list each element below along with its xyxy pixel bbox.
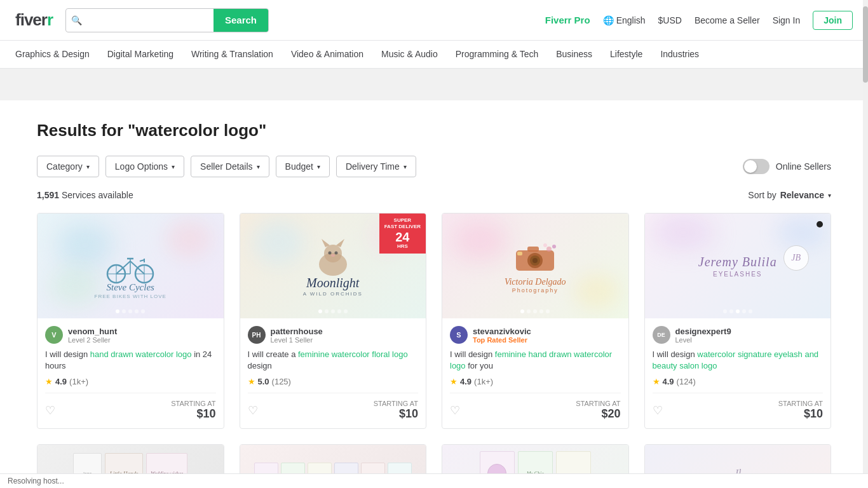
- svg-line-6: [116, 261, 130, 274]
- nav-item-video[interactable]: Video & Animation: [282, 41, 372, 69]
- rating-2: ★ 5.0 (125): [248, 377, 419, 386]
- avatar-3: S: [450, 326, 468, 344]
- search-button[interactable]: Search: [214, 8, 268, 32]
- seller-level-1: Level 2 Seller: [68, 336, 117, 344]
- nav-item-lifestyle[interactable]: Lifestyle: [601, 41, 651, 69]
- seller-details-filter[interactable]: Seller Details ▾: [191, 156, 269, 177]
- language-selector[interactable]: 🌐 English: [603, 15, 646, 25]
- toggle-knob: [744, 160, 757, 173]
- results-bar: 1,591 Services available Sort by Relevan…: [37, 190, 831, 200]
- seller-name-3: stevanzivkovic: [473, 327, 531, 336]
- nav-item-music[interactable]: Music & Audio: [372, 41, 447, 69]
- results-title: Results for "watercolor logo": [37, 121, 831, 140]
- sort-selector[interactable]: Sort by Relevance ▾: [748, 190, 831, 200]
- card-title-1: I will design hand drawn watercolor logo…: [45, 349, 216, 372]
- heart-2[interactable]: ♡: [248, 403, 258, 417]
- scrollbar[interactable]: [863, 0, 868, 488]
- seller-name-1: venom_hunt: [68, 327, 117, 336]
- card-body-1: V venom_hunt Level 2 Seller I will desig…: [37, 318, 224, 428]
- nav-item-graphics[interactable]: Graphics & Design: [15, 41, 98, 69]
- seller-name-4: designexpert9: [675, 327, 731, 336]
- header: fiverr 🔍 watercolor logo Search Fiverr P…: [0, 0, 868, 41]
- rating-4: ★ 4.9 (124): [653, 377, 824, 386]
- avatar-4: DE: [653, 326, 670, 344]
- main-nav: Graphics & Design Digital Marketing Writ…: [0, 41, 868, 69]
- cards-grid: Steve Cycles FREE BIKES WITH LOVE V veno…: [37, 213, 831, 429]
- sign-in-link[interactable]: Sign In: [773, 15, 801, 25]
- svg-point-29: [543, 243, 547, 247]
- gig-card-2[interactable]: SUPER FAST DELIVER 24 HRS: [240, 213, 427, 429]
- search-icon: 🔍: [66, 15, 87, 25]
- main-content: Results for "watercolor logo" Category ▾…: [18, 100, 850, 488]
- globe-icon: 🌐: [603, 15, 614, 25]
- card-title-4: I will design watercolor signature eyela…: [653, 349, 824, 372]
- header-right: Fiverr Pro 🌐 English $USD Become a Selle…: [545, 11, 853, 30]
- svg-point-24: [532, 258, 538, 263]
- results-count: 1,591 Services available: [37, 190, 133, 200]
- svg-rect-26: [517, 252, 522, 255]
- card-title-3: I will design feminine hand drawn waterc…: [450, 349, 621, 372]
- svg-point-27: [546, 247, 552, 252]
- svg-rect-25: [527, 247, 539, 252]
- nav-item-programming[interactable]: Programming & Tech: [447, 41, 547, 69]
- gig-card-4[interactable]: Jeremy Bulila EYELASHES JB DE: [644, 213, 832, 429]
- heart-4[interactable]: ♡: [653, 403, 663, 417]
- svg-point-19: [334, 251, 337, 254]
- seller-level-3: Top Rated Seller: [473, 336, 531, 344]
- search-input[interactable]: watercolor logo: [87, 15, 214, 25]
- nav-item-business[interactable]: Business: [547, 41, 601, 69]
- rating-1: ★ 4.9 (1k+): [45, 377, 216, 386]
- currency-selector[interactable]: $USD: [658, 15, 682, 25]
- rating-3: ★ 4.9 (1k+): [450, 377, 621, 386]
- nav-item-digital-marketing[interactable]: Digital Marketing: [98, 41, 182, 69]
- avatar-2: PH: [248, 326, 266, 344]
- card-image-3: Victoria Delgado Photography: [442, 214, 628, 318]
- heart-1[interactable]: ♡: [45, 403, 55, 417]
- search-banner: [0, 69, 868, 100]
- budget-filter[interactable]: Budget ▾: [276, 156, 330, 177]
- svg-line-10: [140, 260, 144, 261]
- gig-card-1[interactable]: Steve Cycles FREE BIKES WITH LOVE V veno…: [37, 213, 224, 429]
- super-fast-badge: SUPER FAST DELIVER 24 HRS: [379, 214, 426, 254]
- join-button[interactable]: Join: [813, 11, 853, 30]
- heart-3[interactable]: ♡: [450, 403, 460, 417]
- status-bar: Resolving host...: [0, 473, 868, 488]
- seller-name-2: patternhouse: [271, 327, 323, 336]
- card-body-3: S stevanzivkovic Top Rated Seller I will…: [442, 318, 628, 428]
- nav-item-writing[interactable]: Writing & Translation: [182, 41, 282, 69]
- online-sellers-toggle: Online Sellers: [743, 159, 831, 174]
- card-image-4: Jeremy Bulila EYELASHES JB: [645, 214, 831, 318]
- card-body-4: DE designexpert9 Level I will design wat…: [645, 318, 831, 428]
- search-bar: 🔍 watercolor logo Search: [65, 8, 269, 32]
- seller-level-4: Level: [675, 336, 731, 344]
- card-body-2: PH patternhouse Level 1 Seller I will cr…: [240, 318, 426, 428]
- status-text: Resolving host...: [8, 477, 64, 485]
- card-title-2: I will create a feminine watercolor flor…: [248, 349, 419, 372]
- filters-row: Category ▾ Logo Options ▾ Seller Details…: [37, 156, 831, 177]
- toggle-switch[interactable]: [743, 159, 770, 174]
- avatar-1: V: [45, 326, 63, 344]
- svg-point-18: [328, 251, 331, 254]
- nav-item-industries[interactable]: Industries: [651, 41, 708, 69]
- card-image-2: SUPER FAST DELIVER 24 HRS: [240, 214, 426, 318]
- gig-card-3[interactable]: Victoria Delgado Photography S: [442, 213, 629, 429]
- svg-point-28: [552, 245, 556, 248]
- online-sellers-label: Online Sellers: [776, 161, 831, 172]
- become-seller-link[interactable]: Become a Seller: [695, 15, 760, 25]
- seller-level-2: Level 1 Seller: [271, 336, 323, 344]
- svg-point-15: [324, 245, 342, 262]
- logo[interactable]: fiverr: [15, 10, 53, 30]
- card-image-1: Steve Cycles FREE BIKES WITH LOVE: [37, 214, 224, 318]
- category-filter[interactable]: Category ▾: [37, 156, 99, 177]
- svg-point-20: [331, 254, 335, 257]
- svg-line-7: [130, 261, 144, 274]
- fiverr-pro-link[interactable]: Fiverr Pro: [545, 15, 590, 25]
- logo-options-filter[interactable]: Logo Options ▾: [105, 156, 184, 177]
- delivery-time-filter[interactable]: Delivery Time ▾: [336, 156, 416, 177]
